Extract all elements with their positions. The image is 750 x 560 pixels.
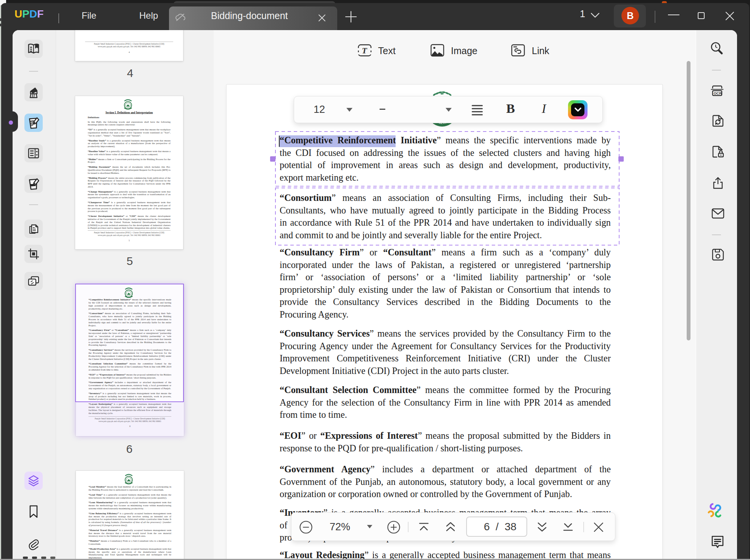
svg-text:OCR: OCR bbox=[714, 91, 722, 95]
svg-text:T: T bbox=[362, 46, 368, 55]
